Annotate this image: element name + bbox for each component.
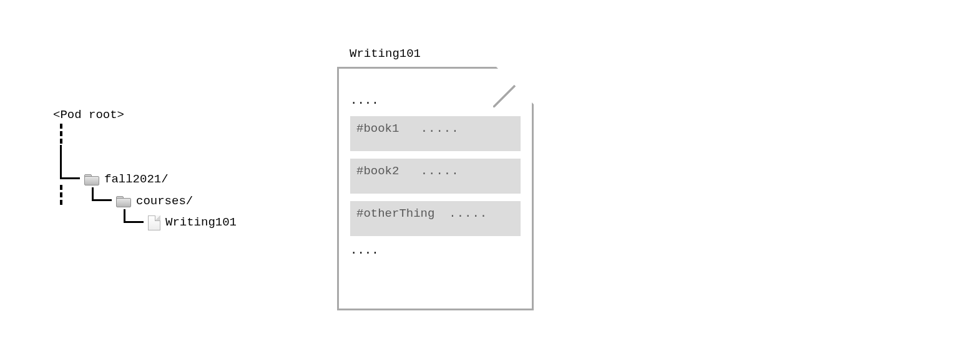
tree-connector-h1 <box>60 177 80 179</box>
tree-vertical-line <box>60 145 62 179</box>
file-tree: <Pod root> fall2021/ courses/ Writing101 <box>53 106 124 126</box>
tree-more-above-dots <box>60 124 62 146</box>
document-page: .... #book1 ..... #book2 ..... #otherThi… <box>337 67 534 310</box>
pod-root-label: <Pod root> <box>53 106 124 124</box>
fragment-block: #otherThing ..... <box>350 201 521 236</box>
tree-node-fall2021: fall2021/ <box>84 170 169 189</box>
tree-connector-h3 <box>124 221 144 223</box>
tree-node-courses-label: courses/ <box>136 192 193 210</box>
tree-node-writing101: Writing101 <box>148 214 237 232</box>
folder-icon <box>84 174 99 185</box>
tree-node-writing101-label: Writing101 <box>165 214 237 232</box>
document-body: .... #book1 ..... #book2 ..... #otherThi… <box>339 69 532 277</box>
fragment-id: #otherThing <box>356 207 434 220</box>
folder-icon <box>116 196 131 207</box>
fragment-dots: ..... <box>449 207 488 220</box>
leading-ellipsis: .... <box>350 94 521 107</box>
document-title: Writing101 <box>350 47 534 61</box>
tree-more-below-dots <box>60 185 62 207</box>
fragment-block: #book2 ..... <box>350 159 521 194</box>
fragment-id: #book2 <box>356 164 399 178</box>
file-icon <box>148 215 160 230</box>
fragment-dots: ..... <box>421 122 459 136</box>
document-diagram: Writing101 .... #book1 ..... #book2 ....… <box>337 47 534 310</box>
fragment-dots: ..... <box>421 164 459 178</box>
fragment-block: #book1 ..... <box>350 116 521 151</box>
trailing-ellipsis: .... <box>350 244 521 257</box>
tree-node-courses: courses/ <box>116 192 193 210</box>
tree-connector-h2 <box>92 199 112 201</box>
tree-node-fall2021-label: fall2021/ <box>104 170 169 189</box>
fragment-id: #book1 <box>356 122 399 136</box>
